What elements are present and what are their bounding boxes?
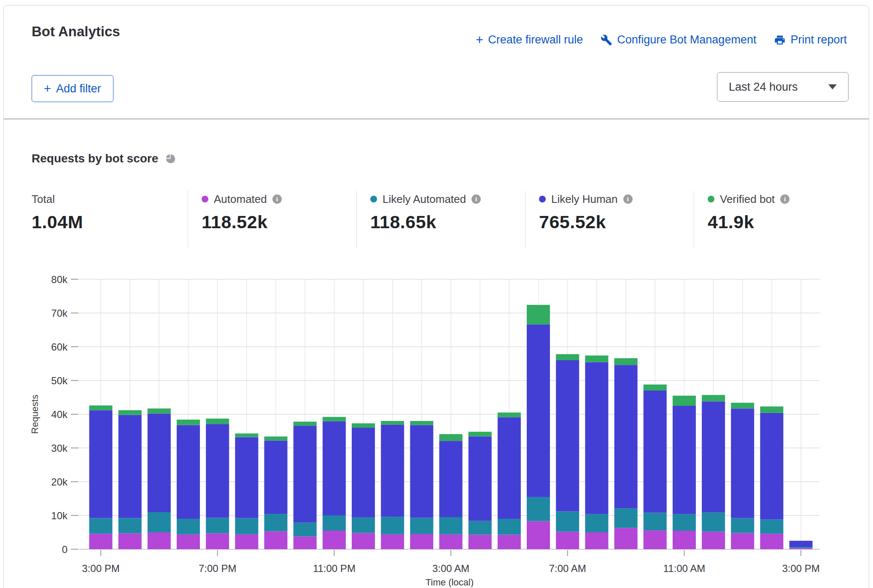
bar-segment[interactable] — [148, 532, 171, 549]
bar-segment[interactable] — [439, 517, 463, 534]
bar-segment[interactable] — [294, 422, 317, 426]
bar-segment[interactable] — [148, 512, 171, 532]
bar-segment[interactable] — [673, 514, 696, 531]
bar-segment[interactable] — [177, 519, 200, 534]
bar-segment[interactable] — [235, 518, 258, 534]
bar-segment[interactable] — [760, 407, 783, 413]
bar-segment[interactable] — [644, 391, 667, 513]
bar-segment[interactable] — [760, 413, 783, 520]
bar-segment[interactable] — [498, 519, 521, 535]
bar-segment[interactable] — [206, 518, 229, 534]
bar-segment[interactable] — [235, 437, 258, 518]
bar[interactable] — [789, 541, 813, 549]
bar-segment[interactable] — [731, 533, 754, 549]
bar-segment[interactable] — [789, 541, 813, 547]
bar-segment[interactable] — [410, 425, 433, 518]
bar-segment[interactable] — [323, 515, 346, 531]
bar[interactable] — [614, 358, 638, 549]
bar-segment[interactable] — [644, 385, 667, 391]
bar-segment[interactable] — [177, 425, 200, 519]
bar[interactable] — [148, 408, 171, 549]
bar-segment[interactable] — [673, 406, 696, 514]
bar[interactable] — [673, 396, 696, 549]
bar-segment[interactable] — [527, 521, 550, 549]
bar-segment[interactable] — [556, 360, 579, 511]
bar[interactable] — [177, 420, 200, 549]
bar[interactable] — [294, 422, 317, 549]
bar-segment[interactable] — [352, 533, 375, 549]
bar-segment[interactable] — [177, 420, 200, 425]
bar-segment[interactable] — [585, 514, 608, 532]
bar-segment[interactable] — [264, 531, 288, 549]
bar-segment[interactable] — [119, 518, 142, 533]
bar-segment[interactable] — [469, 432, 492, 437]
bar[interactable] — [527, 305, 550, 549]
bar-segment[interactable] — [148, 408, 171, 413]
bar-segment[interactable] — [264, 440, 288, 514]
bar[interactable] — [410, 421, 433, 549]
bar-segment[interactable] — [614, 528, 638, 549]
configure-bot-management-link[interactable]: Configure Bot Management — [601, 33, 756, 46]
info-icon[interactable]: i — [623, 194, 633, 204]
bar-segment[interactable] — [702, 402, 725, 512]
bar-segment[interactable] — [760, 534, 783, 549]
info-icon[interactable]: i — [780, 194, 789, 204]
create-firewall-rule-link[interactable]: + Create firewall rule — [476, 33, 583, 46]
bar[interactable] — [381, 421, 404, 549]
bar-segment[interactable] — [352, 423, 375, 428]
bar-segment[interactable] — [614, 508, 638, 528]
bar-segment[interactable] — [206, 418, 229, 424]
bar-segment[interactable] — [556, 531, 579, 549]
bar-segment[interactable] — [410, 421, 433, 425]
bar-segment[interactable] — [439, 441, 463, 517]
bar-segment[interactable] — [352, 518, 375, 533]
info-icon[interactable]: i — [472, 194, 481, 204]
bar[interactable] — [119, 410, 142, 549]
bar-segment[interactable] — [89, 518, 113, 534]
bar-segment[interactable] — [294, 523, 317, 537]
bar-segment[interactable] — [673, 531, 696, 549]
bar[interactable] — [731, 403, 754, 549]
bar-segment[interactable] — [381, 517, 404, 534]
bar-segment[interactable] — [381, 425, 404, 517]
bar-segment[interactable] — [235, 434, 258, 437]
add-filter-button[interactable]: + Add filter — [32, 75, 113, 102]
bar[interactable] — [585, 356, 608, 549]
bar-segment[interactable] — [119, 410, 142, 415]
bar-segment[interactable] — [498, 413, 521, 417]
bar-segment[interactable] — [585, 362, 608, 514]
bar[interactable] — [469, 432, 492, 549]
bar[interactable] — [556, 354, 579, 549]
bar-segment[interactable] — [264, 514, 288, 531]
bar-segment[interactable] — [614, 365, 638, 508]
bar-segment[interactable] — [352, 428, 375, 518]
bar[interactable] — [644, 385, 667, 549]
bar[interactable] — [498, 413, 521, 549]
bar-segment[interactable] — [323, 531, 346, 549]
bar-segment[interactable] — [556, 511, 579, 531]
bar-segment[interactable] — [702, 512, 725, 532]
bar[interactable] — [352, 423, 375, 549]
bar-segment[interactable] — [410, 518, 433, 534]
bar-segment[interactable] — [381, 534, 404, 549]
bar-segment[interactable] — [789, 548, 813, 549]
bar-segment[interactable] — [89, 534, 113, 549]
bar-segment[interactable] — [89, 410, 113, 518]
bar-segment[interactable] — [498, 417, 521, 519]
bar[interactable] — [760, 407, 783, 549]
bar-segment[interactable] — [294, 537, 317, 549]
bar-segment[interactable] — [439, 434, 463, 441]
bar-segment[interactable] — [731, 408, 754, 518]
bar[interactable] — [206, 418, 229, 549]
info-icon[interactable]: i — [272, 194, 282, 204]
bar-segment[interactable] — [702, 395, 725, 401]
bar-segment[interactable] — [644, 530, 667, 549]
bar-segment[interactable] — [585, 356, 608, 362]
bar[interactable] — [89, 405, 113, 549]
bar-segment[interactable] — [206, 424, 229, 518]
bar-segment[interactable] — [585, 532, 608, 549]
bar[interactable] — [702, 395, 725, 549]
print-report-link[interactable]: Print report — [774, 33, 847, 46]
bar-segment[interactable] — [323, 421, 346, 515]
bar-segment[interactable] — [702, 531, 725, 549]
